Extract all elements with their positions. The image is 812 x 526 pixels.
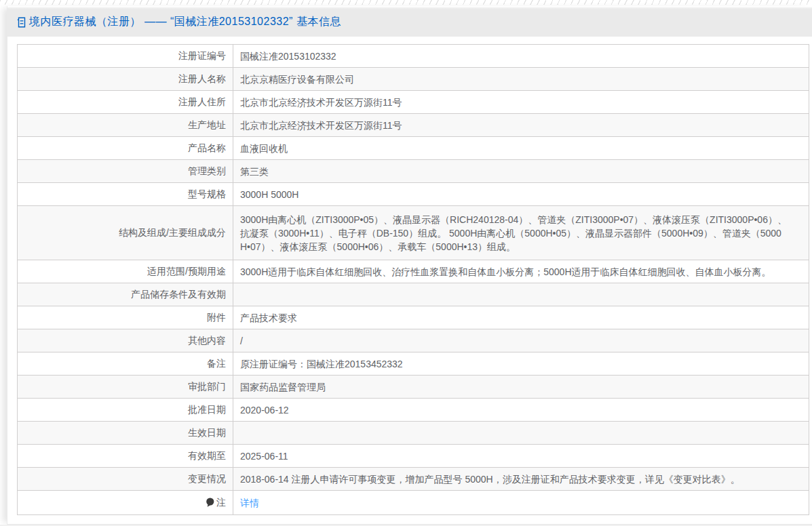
row-value: 3000H由离心机（ZITI3000P•05）、液晶显示器（RICH240128… (233, 206, 809, 260)
row-value-text: 第三类 (240, 166, 269, 177)
row-value: 北京市北京经济技术开发区万源街11号 (233, 91, 809, 114)
table-row: 适用范围/预期用途3000H适用于临床自体红细胞回收、治疗性血浆置换和自体血小板… (18, 260, 809, 283)
row-label-text: 审批部门 (188, 381, 226, 392)
row-value: 北京市北京经济技术开发区万源街11号 (233, 114, 809, 137)
row-value: 第三类 (233, 160, 809, 183)
row-label-text: 型号规格 (188, 188, 226, 199)
row-label-text: 变更情况 (188, 473, 226, 484)
table-row: 产品储存条件及有效期 (18, 283, 809, 306)
document-icon (17, 17, 26, 28)
page-title: 境内医疗器械（注册） —— “国械注准20153102332” 基本信息 (29, 15, 341, 29)
note-balloon-icon (206, 498, 214, 507)
row-value-text: 北京市北京经济技术开发区万源街11号 (240, 97, 402, 108)
detail-link[interactable]: 详情 (240, 498, 259, 508)
row-value: 3000H 5000H (233, 183, 809, 206)
row-label-text: 附件 (207, 312, 226, 323)
row-value-text: 2018-06-14 注册人申请许可事项变更，增加产品型号 5000H，涉及注册… (240, 474, 740, 485)
table-row: 变更情况2018-06-14 注册人申请许可事项变更，增加产品型号 5000H，… (18, 468, 809, 491)
row-value-text: 北京京精医疗设备有限公司 (240, 74, 354, 85)
row-value-text: 国械注准20153102332 (240, 51, 336, 62)
page-header: 境内医疗器械（注册） —— “国械注准20153102332” 基本信息 (7, 7, 812, 37)
table-row: 注详情 (18, 491, 809, 515)
row-value: 2025-06-11 (233, 445, 809, 468)
table-row: 其他内容/ (18, 329, 809, 352)
row-label-text: 注 (216, 497, 226, 508)
info-table-body: 注册证编号国械注准20153102332注册人名称北京京精医疗设备有限公司注册人… (18, 45, 809, 515)
row-value (233, 422, 809, 445)
row-value-text: 2020-06-12 (240, 405, 289, 416)
row-label: 产品储存条件及有效期 (18, 283, 233, 306)
row-value: 3000H适用于临床自体红细胞回收、治疗性血浆置换和自体血小板分离；5000H适… (233, 260, 809, 283)
table-row: 审批部门国家药品监督管理局 (18, 376, 809, 399)
table-row: 生效日期 (18, 422, 809, 445)
row-value (233, 283, 809, 306)
table-row: 注册证编号国械注准20153102332 (18, 45, 809, 68)
row-value: 2020-06-12 (233, 399, 809, 422)
row-label: 生效日期 (18, 422, 233, 445)
row-value-line: H•07）、液体滚压泵（5000H•06）、承载车（5000H•13）组成。 (240, 240, 802, 254)
table-row: 批准日期2020-06-12 (18, 399, 809, 422)
row-label: 产品名称 (18, 137, 233, 160)
row-value-text: 3000H适用于临床自体红细胞回收、治疗性血浆置换和自体血小板分离；5000H适… (240, 266, 771, 277)
row-label: 审批部门 (18, 376, 233, 399)
row-value: 原注册证编号：国械注准20153452332 (233, 352, 809, 376)
row-value: 国械注准20153102332 (233, 45, 809, 68)
row-value-text: 国家药品监督管理局 (240, 382, 326, 392)
row-value-text: 2025-06-11 (240, 451, 288, 462)
row-value-line: 抗凝泵（3000H•11）、电子秤（DB-150）组成。 5000H由离心机（5… (240, 226, 802, 240)
row-label: 有效期至 (18, 445, 233, 468)
table-row: 注册人名称北京京精医疗设备有限公司 (18, 68, 809, 91)
row-label: 注册证编号 (18, 45, 233, 68)
table-row: 型号规格3000H 5000H (18, 183, 809, 206)
row-label-text: 批准日期 (188, 404, 226, 415)
row-label-text: 注册证编号 (178, 50, 226, 61)
row-value: 血液回收机 (233, 137, 809, 160)
table-row: 生产地址北京市北京经济技术开发区万源街11号 (18, 114, 809, 137)
row-label-text: 管理类别 (188, 165, 226, 176)
row-label-text: 有效期至 (188, 450, 226, 461)
row-value-text: / (240, 336, 243, 346)
row-label: 其他内容 (18, 329, 233, 352)
row-label: 生产地址 (18, 114, 233, 137)
row-value-text: 血液回收机 (240, 143, 288, 154)
row-label: 注 (18, 491, 233, 515)
table-row: 附件产品技术要求 (18, 306, 809, 329)
row-label: 备注 (18, 352, 233, 376)
row-label: 注册人住所 (18, 91, 233, 114)
row-value-text: 产品技术要求 (240, 312, 297, 323)
row-label: 批准日期 (18, 399, 233, 422)
row-value: 详情 (233, 491, 809, 515)
row-value: 2018-06-14 注册人申请许可事项变更，增加产品型号 5000H，涉及注册… (233, 468, 809, 491)
row-value: 北京京精医疗设备有限公司 (233, 68, 809, 91)
row-label-text: 生产地址 (188, 119, 226, 130)
row-label: 管理类别 (18, 160, 233, 183)
main-panel: 境内医疗器械（注册） —— “国械注准20153102332” 基本信息 注册证… (7, 6, 812, 525)
table-row: 备注原注册证编号：国械注准20153452332 (18, 352, 809, 376)
row-label-text: 结构及组成/主要组成成分 (119, 227, 226, 238)
row-label-text: 其他内容 (188, 335, 226, 346)
row-value-line: 3000H由离心机（ZITI3000P•05）、液晶显示器（RICH240128… (240, 213, 802, 226)
row-value: 产品技术要求 (233, 306, 809, 329)
table-row: 管理类别第三类 (18, 160, 809, 183)
row-value: 国家药品监督管理局 (233, 376, 809, 399)
row-value-text: 原注册证编号：国械注准20153452332 (240, 359, 403, 369)
row-label-text: 注册人名称 (178, 73, 226, 84)
row-label-text: 生效日期 (188, 427, 226, 438)
table-row: 有效期至2025-06-11 (18, 445, 809, 468)
row-label: 注册人名称 (18, 68, 233, 91)
row-value-text: 北京市北京经济技术开发区万源街11号 (240, 120, 402, 131)
row-value-text: 3000H 5000H (240, 189, 298, 200)
row-label: 附件 (18, 306, 233, 329)
row-label: 适用范围/预期用途 (18, 260, 233, 283)
table-row: 产品名称血液回收机 (18, 137, 809, 160)
top-stripe-pattern (0, 0, 812, 5)
row-label: 变更情况 (18, 468, 233, 491)
row-label: 结构及组成/主要组成成分 (18, 206, 233, 260)
row-value: / (233, 329, 809, 352)
info-table: 注册证编号国械注准20153102332注册人名称北京京精医疗设备有限公司注册人… (17, 44, 809, 515)
row-label: 型号规格 (18, 183, 233, 206)
row-label-text: 产品储存条件及有效期 (131, 289, 226, 300)
row-label-text: 备注 (207, 358, 226, 369)
row-label-text: 注册人住所 (178, 96, 226, 107)
table-row: 注册人住所北京市北京经济技术开发区万源街11号 (18, 91, 809, 114)
